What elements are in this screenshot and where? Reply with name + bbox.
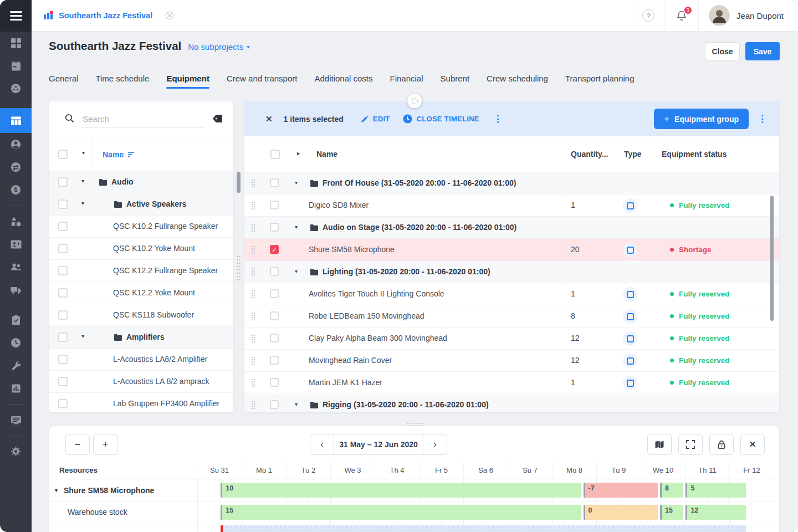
row-checkbox[interactable] xyxy=(270,400,279,409)
equipment-row-movinghead-rain-cover[interactable]: Movinghead Rain Cover12Fully reserved xyxy=(244,350,779,372)
user-menu[interactable]: Jean Dupont xyxy=(699,5,798,26)
zoom-out-button[interactable]: − xyxy=(65,434,90,455)
table-scrollbar[interactable] xyxy=(770,196,774,321)
sidebar-item-account[interactable] xyxy=(0,133,32,156)
tree-row-qsc-k10-2-yoke-mount[interactable]: QSC K10.2 Yoke Mount xyxy=(49,238,233,260)
drag-handle-icon[interactable] xyxy=(251,312,255,321)
sidebar-item-crew[interactable] xyxy=(0,255,32,278)
sidebar-item-board[interactable] xyxy=(0,408,32,431)
row-checkbox[interactable] xyxy=(58,266,68,275)
sidebar-item-repairs[interactable] xyxy=(0,354,32,377)
row-checkbox[interactable] xyxy=(270,311,279,320)
equipment-group-row-audio-on-stage-31-05-2020-20-00-11-06-20[interactable]: ▾Audio on Stage (31-05-2020 20:00 - 11-0… xyxy=(244,217,779,239)
drag-handle-icon[interactable] xyxy=(251,179,255,188)
drag-handle-icon[interactable] xyxy=(251,201,255,210)
row-checkbox[interactable] xyxy=(58,177,68,187)
timeline-bar[interactable]: 8 xyxy=(660,483,683,498)
equipment-group-row-rigging-31-05-2020-20-00-11-06-2020-01-0[interactable]: ▾Rigging (31-05-2020 20:00 - 11-06-2020 … xyxy=(244,394,779,413)
tab-financial[interactable]: Financial xyxy=(390,74,423,89)
equipment-row-martin-jem-k1-hazer[interactable]: Martin JEM K1 Hazer1Fully reserved xyxy=(244,372,779,394)
drag-handle-icon[interactable] xyxy=(251,223,255,232)
tab-time-schedule[interactable]: Time schedule xyxy=(95,74,149,89)
caret-down-icon[interactable]: ▾ xyxy=(82,150,85,156)
clear-selection-icon[interactable]: ✕ xyxy=(265,114,273,124)
subprojects-dropdown[interactable]: No subprojects ▾ xyxy=(188,42,249,52)
sidebar-item-transfers[interactable] xyxy=(0,156,32,178)
timeline-bar[interactable]: 10 xyxy=(221,483,581,498)
equipment-row-digico-sd8-mixer[interactable]: Digico SD8 Mixer1Fully reserved xyxy=(244,195,779,217)
tab-subrent[interactable]: Subrent xyxy=(441,74,470,89)
tree-row-lab-gruppen-fp3400-amplifier[interactable]: Lab Gruppen FP3400 Amplifier xyxy=(49,393,233,413)
column-type[interactable]: Type xyxy=(624,150,642,158)
sidebar-item-settings[interactable] xyxy=(0,440,32,463)
tab-additional-costs[interactable]: Additional costs xyxy=(314,74,372,89)
hamburger-menu-icon[interactable] xyxy=(0,0,32,32)
expand-triangle-icon[interactable]: ▼ xyxy=(54,488,59,493)
next-period-button[interactable]: › xyxy=(423,434,447,455)
panel-resize-handle[interactable] xyxy=(236,255,241,283)
sidebar-item-dashboard[interactable] xyxy=(0,32,32,54)
tree-row-l-acoustics-la8-2-amplifier[interactable]: L-Acoustics LA8/2 Amplifier xyxy=(49,349,233,371)
sidebar-item-tasks[interactable] xyxy=(0,309,32,331)
drag-handle-icon[interactable] xyxy=(251,401,255,410)
caret-down-icon[interactable]: ▾ xyxy=(295,268,298,274)
column-equipment-status[interactable]: Equipment status xyxy=(662,150,727,158)
row-checkbox[interactable] xyxy=(270,334,279,342)
equipment-group-row-lighting-31-05-2020-20-00-11-06-2020-01-[interactable]: ▾Lighting (31-05-2020 20:00 - 11-06-2020… xyxy=(244,261,779,283)
row-checkbox[interactable] xyxy=(58,399,68,408)
sidebar-item-calendar[interactable] xyxy=(0,54,32,77)
tab-transport-planning[interactable]: Transport planning xyxy=(565,74,635,89)
drag-handle-icon[interactable] xyxy=(251,378,255,387)
tab-equipment[interactable]: Equipment xyxy=(166,74,209,89)
fullscreen-button[interactable] xyxy=(678,434,703,455)
tab-crew-and-transport[interactable]: Crew and transport xyxy=(227,74,298,89)
select-all-checkbox[interactable] xyxy=(270,150,280,159)
column-quantity[interactable]: Quantity... xyxy=(571,150,608,158)
sidebar-item-transport[interactable] xyxy=(0,278,32,301)
tag-filter-icon[interactable] xyxy=(212,114,223,125)
row-checkbox[interactable]: ✓ xyxy=(270,245,279,254)
equipment-row-shure-sm58-microphone[interactable]: ✓Shure SM58 Microphone20Shortage xyxy=(244,239,779,261)
row-checkbox[interactable] xyxy=(270,201,279,209)
tab-general[interactable]: General xyxy=(49,74,78,89)
previous-period-button[interactable]: ‹ xyxy=(310,434,334,455)
timeline-bar[interactable]: 15 xyxy=(221,505,581,520)
column-name[interactable]: Name xyxy=(316,150,337,158)
more-actions-icon[interactable]: ⋮ xyxy=(493,113,503,125)
timeline-bar[interactable]: -7 xyxy=(584,483,658,498)
close-timeline-button[interactable]: CLOSE TIMELINE xyxy=(403,114,479,124)
row-checkbox[interactable] xyxy=(270,356,279,365)
tab-crew-scheduling[interactable]: Crew scheduling xyxy=(487,74,548,89)
drag-handle-icon[interactable] xyxy=(251,290,255,299)
project-tab-close-icon[interactable] xyxy=(165,11,174,20)
help-button[interactable]: ? xyxy=(632,0,665,32)
notifications-button[interactable]: 1 xyxy=(666,0,698,32)
tree-row-amplifiers[interactable]: ▾Amplifiers xyxy=(49,326,233,349)
timeline-bar[interactable]: 5 xyxy=(686,483,746,498)
sidebar-item-projects[interactable] xyxy=(0,108,32,133)
timeline-bar[interactable]: 12 xyxy=(686,505,746,520)
sidebar-item-planner[interactable] xyxy=(0,77,32,100)
caret-down-icon[interactable]: ▾ xyxy=(295,401,298,407)
select-all-checkbox[interactable] xyxy=(58,150,68,159)
row-checkbox[interactable] xyxy=(58,244,68,253)
caret-down-icon[interactable]: ▾ xyxy=(81,200,84,206)
name-column-header[interactable]: Name xyxy=(103,150,135,159)
row-checkbox[interactable] xyxy=(270,289,279,298)
row-checkbox[interactable] xyxy=(270,178,279,187)
row-checkbox[interactable] xyxy=(270,223,279,232)
search-input[interactable] xyxy=(81,111,204,127)
sidebar-item-financial[interactable]: $ xyxy=(0,178,32,201)
timeline-bar[interactable] xyxy=(221,525,746,532)
close-button[interactable]: Close xyxy=(705,42,740,60)
close-timeline-panel-button[interactable]: ✕ xyxy=(740,434,765,455)
sidebar-item-statistics[interactable] xyxy=(0,377,32,400)
drag-handle-icon[interactable] xyxy=(251,356,255,365)
equipment-row-avolites-tiger-touch-ii-lighting-console[interactable]: Avolites Tiger Touch II Lighting Console… xyxy=(244,283,779,305)
timeline-bar[interactable]: 15 xyxy=(660,505,683,520)
sidebar-item-equipment[interactable] xyxy=(0,210,32,233)
tree-row-l-acoustics-la-8-2-amprack[interactable]: L-Acoustics LA 8/2 amprack xyxy=(49,371,233,393)
row-checkbox[interactable] xyxy=(270,267,279,276)
tree-row-audio[interactable]: ▾Audio xyxy=(49,171,233,193)
caret-right-icon[interactable]: ▸ xyxy=(297,150,300,156)
